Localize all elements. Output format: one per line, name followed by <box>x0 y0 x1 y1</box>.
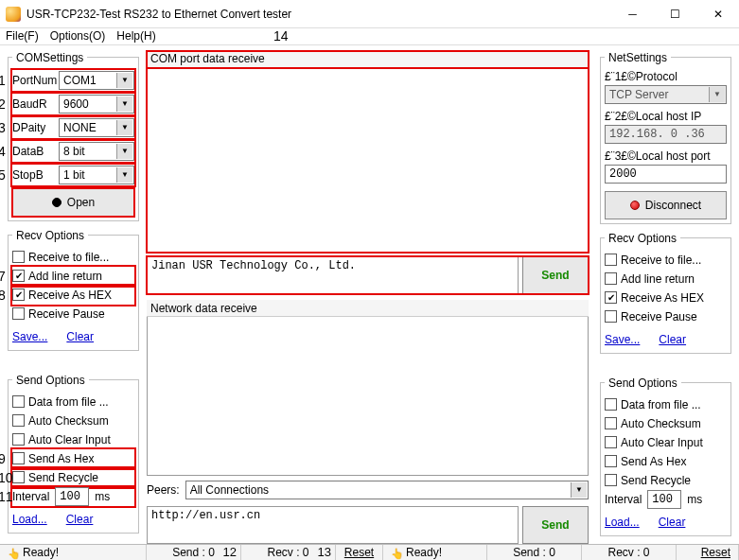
peers-label: Peers: <box>147 483 180 497</box>
ip-input[interactable]: 192.168. 0 .36 <box>605 125 727 144</box>
maximize-button[interactable]: ☐ <box>654 0 696 27</box>
send-clear-link-r[interactable]: Clear <box>659 516 686 529</box>
ip-label: £¨2£©Local host IP <box>605 110 727 123</box>
net-send-input[interactable]: http://en.usr.cn <box>147 506 519 544</box>
interval-input-r[interactable]: 100 <box>647 490 681 509</box>
peers-combo[interactable]: All Connections <box>185 481 589 499</box>
recv-hex-chk[interactable] <box>12 289 25 301</box>
add-line-chk[interactable] <box>12 270 25 282</box>
auto-clear-chk[interactable] <box>12 433 25 446</box>
add-line-chk-r[interactable] <box>605 272 617 285</box>
port-input[interactable]: 2000 <box>605 165 727 184</box>
com-settings-group: COMSettings 1 PortNum COM1 2 BaudR 9600 … <box>8 51 139 221</box>
status-ready-r: Ready! <box>406 546 442 559</box>
send-from-file-chk[interactable] <box>12 395 25 408</box>
titlebar: USR-TCP232-Test RS232 to Ethernet Conver… <box>0 0 739 28</box>
com-receive-header: COM port data receive <box>147 51 589 68</box>
minimize-button[interactable]: ─ <box>611 0 654 27</box>
com-send-button[interactable]: Send <box>522 256 589 294</box>
recv-hex-chk-r[interactable] <box>605 291 617 304</box>
baud-combo[interactable]: 9600 <box>59 95 134 114</box>
status-recv-l: Recv : 0 <box>267 546 308 559</box>
window-title: USR-TCP232-Test RS232 to Ethernet Conver… <box>26 8 611 21</box>
status-send-l: Send : 0 <box>172 546 215 559</box>
parity-combo[interactable]: NONE <box>59 118 134 137</box>
datab-combo[interactable]: 8 bit <box>59 142 134 161</box>
status-reset-l[interactable]: Reset <box>344 546 374 559</box>
portnum-combo[interactable]: COM1 <box>59 71 134 90</box>
send-options-right: Send Options Data from file ... Auto Che… <box>600 376 731 536</box>
send-from-file-chk-r[interactable] <box>605 398 617 411</box>
recv-pause-chk[interactable] <box>12 307 25 320</box>
net-settings-group: NetSettings £¨1£©Protocol TCP Server £¨2… <box>600 51 731 224</box>
annotation-14: 14 <box>273 28 289 44</box>
recv-to-file-chk[interactable] <box>12 251 25 263</box>
close-button[interactable]: ✕ <box>696 0 739 27</box>
hand-icon <box>391 547 402 558</box>
send-recycle-chk-r[interactable] <box>605 474 617 486</box>
send-hex-chk[interactable] <box>12 452 25 464</box>
send-clear-link[interactable]: Clear <box>66 513 94 526</box>
menu-file[interactable]: File(F) <box>6 29 39 43</box>
statusbar: Ready! Send : 012 Recv : 013 Reset Ready… <box>0 544 739 561</box>
hand-icon <box>8 547 19 558</box>
status-send-r: Send : 0 <box>513 546 555 559</box>
auto-clear-chk-r[interactable] <box>605 436 617 448</box>
menubar: File(F) Options(O) Help(H) 14 <box>0 28 739 45</box>
net-send-button[interactable]: Send <box>522 506 589 544</box>
stopb-combo[interactable]: 1 bit <box>59 166 134 184</box>
datab-label: DataB <box>12 145 55 158</box>
recv-clear-link-r[interactable]: Clear <box>659 333 686 346</box>
portnum-label: PortNum <box>12 74 55 87</box>
recv-clear-link[interactable]: Clear <box>66 330 94 343</box>
send-load-link[interactable]: Load... <box>12 513 47 526</box>
auto-cs-chk[interactable] <box>12 414 25 427</box>
com-settings-legend: COMSettings <box>12 51 87 64</box>
recv-options-left: Recv Options Receive to file... 7Add lin… <box>8 229 139 351</box>
circle-icon <box>52 198 62 207</box>
net-receive-header: Network data receive <box>147 300 589 317</box>
send-load-link-r[interactable]: Load... <box>605 516 640 529</box>
menu-help[interactable]: Help(H) <box>116 29 155 43</box>
recv-to-file-chk-r[interactable] <box>605 254 617 266</box>
parity-label: DPaity <box>12 121 55 134</box>
status-ready-l: Ready! <box>23 546 59 559</box>
recv-options-right: Recv Options Receive to file... Add line… <box>600 232 731 354</box>
proto-label: £¨1£©Protocol <box>605 70 727 83</box>
auto-cs-chk-r[interactable] <box>605 417 617 429</box>
circle-icon <box>630 201 640 210</box>
recv-pause-chk-r[interactable] <box>605 310 617 323</box>
disconnect-button[interactable]: Disconnect <box>605 191 727 219</box>
stopb-label: StopB <box>12 168 55 182</box>
proto-combo[interactable]: TCP Server <box>605 85 727 104</box>
status-recv-r: Recv : 0 <box>607 546 649 559</box>
port-label: £¨3£©Local host port <box>605 149 727 163</box>
menu-options[interactable]: Options(O) <box>50 29 106 43</box>
interval-input-l[interactable]: 100 <box>55 487 89 506</box>
com-send-input[interactable]: Jinan USR Technology Co., Ltd. <box>147 256 519 294</box>
status-reset-r[interactable]: Reset <box>701 546 730 559</box>
baud-label: BaudR <box>12 97 55 111</box>
send-recycle-chk[interactable] <box>12 471 25 483</box>
app-icon <box>6 7 21 22</box>
com-receive-pane[interactable] <box>147 68 589 254</box>
send-hex-chk-r[interactable] <box>605 455 617 467</box>
open-button[interactable]: 6 Open <box>12 188 134 217</box>
send-options-left: Send Options Data from file ... Auto Che… <box>8 374 139 534</box>
net-receive-pane[interactable] <box>147 317 589 476</box>
recv-save-link[interactable]: Save... <box>12 330 47 343</box>
recv-save-link-r[interactable]: Save... <box>605 333 640 346</box>
